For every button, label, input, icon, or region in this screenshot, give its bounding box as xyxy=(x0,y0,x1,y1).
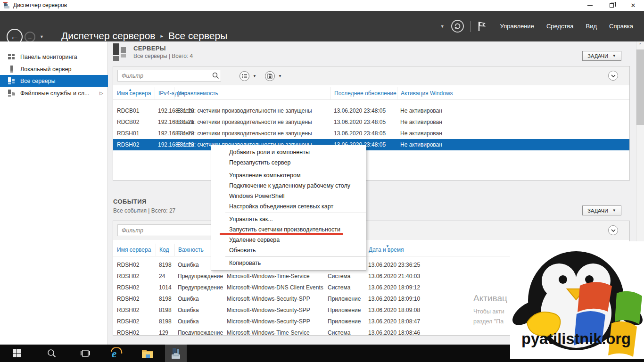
menu-item-средства[interactable]: Средства xyxy=(541,20,579,33)
sidebar-item-3[interactable]: Все серверы xyxy=(0,75,108,87)
server-row-RDSH02[interactable]: RDSH02192.168.31.23В сети: счетчики прои… xyxy=(113,139,629,150)
sidebar-item-4[interactable]: Файловые службы и сл...▷ xyxy=(0,87,108,99)
criteria-list-button[interactable] xyxy=(239,71,249,81)
server-cell: В сети: счетчики производительности не з… xyxy=(177,105,312,116)
events-column-header[interactable]: Имя сервера xyxy=(114,244,151,256)
criteria-dropdown-icon[interactable]: ▼ xyxy=(253,74,256,78)
server-cell: RDCB02 xyxy=(117,116,139,128)
save-dropdown-icon[interactable]: ▼ xyxy=(278,74,282,78)
restore-icon xyxy=(610,3,614,8)
server-row-RDSH01[interactable]: RDSH01192.168.31.22В сети: счетчики прои… xyxy=(113,128,629,139)
server-cell: В сети: счетчики производительности не з… xyxy=(177,116,312,128)
minimize-button[interactable] xyxy=(579,0,601,11)
event-cell: 13.06.2020 23:36:25 xyxy=(368,259,420,271)
servers-column-header[interactable]: Последнее обновление xyxy=(330,87,396,99)
event-cell: RDSH02 xyxy=(117,282,139,293)
scrollbar-thumb[interactable] xyxy=(636,49,644,125)
event-cell: Система xyxy=(328,327,350,336)
menu-item-справка[interactable]: Справка xyxy=(604,20,638,33)
servers-column-header[interactable]: Активация Windows xyxy=(397,87,453,99)
windows-activation-watermark: Активац Чтобы акти раздел "Па xyxy=(473,293,507,325)
context-menu-item[interactable]: Обновить xyxy=(211,245,366,255)
servers-collapse-button[interactable] xyxy=(608,71,618,81)
server-context-menu: Добавить роли и компонентыПерезапустить … xyxy=(211,145,366,271)
context-menu-item[interactable]: Управление компьютером xyxy=(211,170,366,181)
events-collapse-button[interactable] xyxy=(608,225,618,235)
dashboard-icon xyxy=(8,53,15,60)
context-menu-separator xyxy=(225,256,366,257)
save-query-button[interactable] xyxy=(265,71,275,81)
minimize-icon xyxy=(587,5,593,6)
forward-button[interactable]: → xyxy=(25,32,35,42)
chevron-down-icon xyxy=(611,229,616,232)
event-cell: RDSH02 xyxy=(117,271,139,282)
event-cell: Microsoft-Windows-Security-SPP xyxy=(227,316,310,327)
servers-tasks-button[interactable]: ЗАДАЧИ▼ xyxy=(582,51,621,61)
sidebar-item-2[interactable]: Локальный сервер xyxy=(0,63,108,75)
event-cell: 13.06.2020 18:09:10 xyxy=(368,293,420,304)
server-row-RDCB02[interactable]: RDCB02192.168.31.21В сети: счетчики прои… xyxy=(113,116,629,128)
taskbar-task-view-button[interactable] xyxy=(74,345,96,362)
context-menu-item[interactable]: Удаление сервера xyxy=(211,235,366,245)
taskbar-server-manager-button[interactable] xyxy=(165,345,187,362)
sidebar-item-label: Панель мониторинга xyxy=(20,54,77,60)
context-menu-item[interactable]: Windows PowerShell xyxy=(211,191,366,201)
menu-item-управление[interactable]: Управление xyxy=(495,20,539,33)
context-menu-item[interactable]: Подключение к удаленному рабочему столу xyxy=(211,181,366,191)
sidebar-item-1[interactable]: Панель мониторинга xyxy=(0,51,108,63)
breadcrumb-current[interactable]: Все серверы xyxy=(168,30,227,41)
back-arrow-icon: ← xyxy=(10,32,19,42)
taskbar-file-explorer-button[interactable] xyxy=(137,345,158,362)
scroll-up-icon[interactable]: ⌃ xyxy=(636,42,644,49)
search-icon xyxy=(47,349,56,358)
events-column-header[interactable]: Важность xyxy=(174,244,204,256)
taskbar-search-button[interactable] xyxy=(41,345,62,362)
servers-column-header[interactable]: Управляемость xyxy=(174,87,218,99)
event-cell: RDSH02 xyxy=(117,304,139,316)
event-cell: Microsoft-Windows-Security-SPP xyxy=(227,304,310,316)
breadcrumb-root[interactable]: Диспетчер серверов xyxy=(61,30,156,41)
taskbar-internet-explorer-button[interactable]: e xyxy=(106,345,127,362)
context-menu-item[interactable]: Перезапустить сервер xyxy=(211,157,366,168)
windows-pane-green xyxy=(615,291,642,324)
events-filter-input[interactable] xyxy=(117,224,221,236)
context-menu-item[interactable]: Копировать xyxy=(211,258,366,268)
event-cell: RDSH02 xyxy=(117,259,139,271)
event-cell: 8198 xyxy=(159,259,172,271)
flag-notifications-button[interactable] xyxy=(478,21,486,32)
navigation-bar: ← → ▼ Диспетчер серверов ▸ Все серверы ▼… xyxy=(0,11,644,41)
context-menu-item[interactable]: Управлять как... xyxy=(211,214,366,224)
event-cell: Ошибка xyxy=(178,293,199,304)
close-button[interactable]: ✕ xyxy=(622,0,644,11)
events-section-subtitle: Все события | Всего: 27 xyxy=(113,207,175,214)
title-bar: Диспетчер серверов ✕ xyxy=(0,0,644,11)
events-column-header[interactable]: Дата и время xyxy=(365,244,404,256)
notifications-dropdown-icon[interactable]: ▼ xyxy=(440,24,445,29)
menu-item-вид[interactable]: Вид xyxy=(580,20,602,33)
refresh-button[interactable] xyxy=(451,20,464,33)
expand-arrow-icon[interactable]: ▷ xyxy=(99,90,103,96)
context-menu-item[interactable]: Добавить роли и компоненты xyxy=(211,147,366,157)
event-cell: 8198 xyxy=(159,293,172,304)
servers-tasks-label: ЗАДАЧИ xyxy=(587,53,608,59)
event-cell: 8198 xyxy=(159,304,172,316)
forward-arrow-icon: → xyxy=(27,34,33,41)
event-cell: 13.06.2020 18:09:12 xyxy=(368,282,420,293)
context-menu-item[interactable]: Настройка объединения сетевых карт xyxy=(211,201,366,212)
event-cell: Приложение xyxy=(328,304,361,316)
events-tasks-button[interactable]: ЗАДАЧИ▼ xyxy=(582,206,621,215)
event-cell: RDSH02 xyxy=(117,316,139,327)
event-cell: 129 xyxy=(159,327,168,336)
servers-table-header: ▲ Имя сервераIPv4-адресУправляемостьПосл… xyxy=(113,87,629,100)
internet-explorer-icon: e xyxy=(110,347,123,360)
event-cell: 8198 xyxy=(159,316,172,327)
taskbar-start-button[interactable] xyxy=(6,345,27,362)
history-dropdown-icon[interactable]: ▼ xyxy=(40,34,44,39)
events-column-header[interactable]: Код xyxy=(156,244,169,256)
server-manager-icon xyxy=(170,347,182,360)
restore-button[interactable] xyxy=(601,0,622,11)
server-row-RDCB01[interactable]: RDCB01192.168.31.20В сети: счетчики прои… xyxy=(113,105,629,116)
servers-column-header[interactable]: Имя сервера xyxy=(114,87,151,99)
servers-filter-input[interactable] xyxy=(117,70,221,82)
windows-pane-red xyxy=(578,282,612,312)
